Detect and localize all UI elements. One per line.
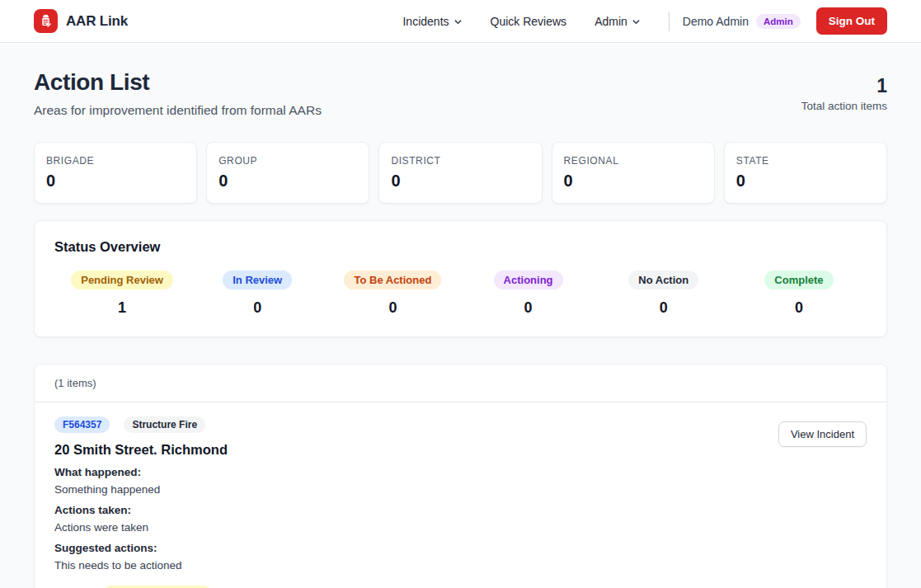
stat-label: BRIGADE xyxy=(46,155,185,167)
stat-card-state: STATE 0 xyxy=(724,142,887,204)
status-col-in-review: In Review 0 xyxy=(190,270,325,317)
stat-card-brigade: BRIGADE 0 xyxy=(34,142,197,204)
status-overview-card: Status Overview Pending Review 1 In Revi… xyxy=(34,220,887,337)
chevron-down-icon xyxy=(453,17,463,26)
what-happened-value: Something happened xyxy=(54,483,778,496)
actions-taken-value: Actions were taken xyxy=(54,521,778,534)
incident-id-badge: F564357 xyxy=(54,416,110,433)
status-overview-grid: Pending Review 1 In Review 0 To Be Actio… xyxy=(54,270,867,317)
sign-out-button[interactable]: Sign Out xyxy=(816,7,887,35)
stat-card-group: GROUP 0 xyxy=(206,142,369,204)
status-count: 0 xyxy=(596,299,731,317)
total-action-items: 1 Total action items xyxy=(801,75,887,112)
stat-value: 0 xyxy=(736,172,875,191)
status-badge: No Action xyxy=(628,270,698,289)
list-items-count: (1 items) xyxy=(35,365,886,402)
app-logo-icon xyxy=(34,9,58,33)
nav-admin[interactable]: Admin xyxy=(594,15,641,28)
chevron-down-icon xyxy=(632,17,641,26)
stat-label: REGIONAL xyxy=(564,155,702,167)
action-list-card: (1 items) F564357 Structure Fire 20 Smit… xyxy=(34,364,887,588)
stat-value: 0 xyxy=(564,172,702,191)
status-badge: Complete xyxy=(764,270,833,289)
actions-taken-label: Actions taken: xyxy=(54,504,778,516)
nav-admin-label: Admin xyxy=(594,15,627,28)
stat-value: 0 xyxy=(46,172,185,191)
status-col-no-action: No Action 0 xyxy=(596,270,731,317)
status-col-pending-review: Pending Review 1 xyxy=(54,270,190,317)
main-content: Action List Areas for improvement identi… xyxy=(34,69,887,588)
navbar-right: Incidents Quick Reviews Admin Demo Admin… xyxy=(402,7,887,35)
suggested-actions-label: Suggested actions: xyxy=(54,542,778,554)
status-overview-title: Status Overview xyxy=(54,239,867,255)
status-col-complete: Complete 0 xyxy=(731,270,867,317)
status-badge: To Be Actioned xyxy=(344,270,441,289)
total-count-label: Total action items xyxy=(801,100,887,112)
nav-incidents-label: Incidents xyxy=(402,15,449,28)
user-name: Demo Admin xyxy=(683,15,749,28)
nav-quick-reviews-label: Quick Reviews xyxy=(491,15,567,28)
brand-name: AAR Link xyxy=(66,13,128,30)
stat-value: 0 xyxy=(219,172,357,191)
view-incident-button[interactable]: View Incident xyxy=(778,421,867,447)
suggested-actions-value: This needs to be actioned xyxy=(54,559,778,572)
page-title: Action List xyxy=(34,69,322,96)
status-col-actioning: Actioning 0 xyxy=(461,270,596,317)
page-subtitle: Areas for improvement identified from fo… xyxy=(34,103,322,118)
stat-label: STATE xyxy=(736,155,875,167)
status-count: 0 xyxy=(190,299,325,317)
status-badge: In Review xyxy=(223,270,292,289)
status-badge: Actioning xyxy=(494,270,563,289)
stat-card-district: DISTRICT 0 xyxy=(378,142,542,204)
top-navbar: AAR Link Incidents Quick Reviews Admin D… xyxy=(0,0,921,43)
status-count: 0 xyxy=(325,299,460,317)
stat-value: 0 xyxy=(391,172,529,191)
action-list-item: F564357 Structure Fire 20 Smith Street. … xyxy=(35,402,886,588)
stat-card-regional: REGIONAL 0 xyxy=(552,142,715,204)
brand-logo-link[interactable]: AAR Link xyxy=(34,9,128,33)
incident-type-badge: Structure Fire xyxy=(124,416,205,433)
level-stats-row: BRIGADE 0 GROUP 0 DISTRICT 0 REGIONAL 0 … xyxy=(34,142,887,204)
incident-address: 20 Smith Street. Richmond xyxy=(54,442,778,458)
status-count: 0 xyxy=(731,299,867,317)
stat-label: GROUP xyxy=(219,155,357,167)
stat-label: DISTRICT xyxy=(391,155,529,167)
nav-incidents[interactable]: Incidents xyxy=(402,15,462,28)
status-col-to-be-actioned: To Be Actioned 0 xyxy=(325,270,460,317)
navbar-divider xyxy=(669,12,670,31)
nav-quick-reviews[interactable]: Quick Reviews xyxy=(491,15,567,28)
status-badge: Pending Review xyxy=(71,270,173,289)
page-header: Action List Areas for improvement identi… xyxy=(34,69,887,118)
user-role-badge: Admin xyxy=(756,14,801,29)
status-count: 1 xyxy=(54,299,190,317)
item-badge-row: F564357 Structure Fire xyxy=(54,416,778,433)
total-count: 1 xyxy=(801,75,887,97)
what-happened-label: What happened: xyxy=(54,466,778,478)
status-count: 0 xyxy=(461,299,596,317)
